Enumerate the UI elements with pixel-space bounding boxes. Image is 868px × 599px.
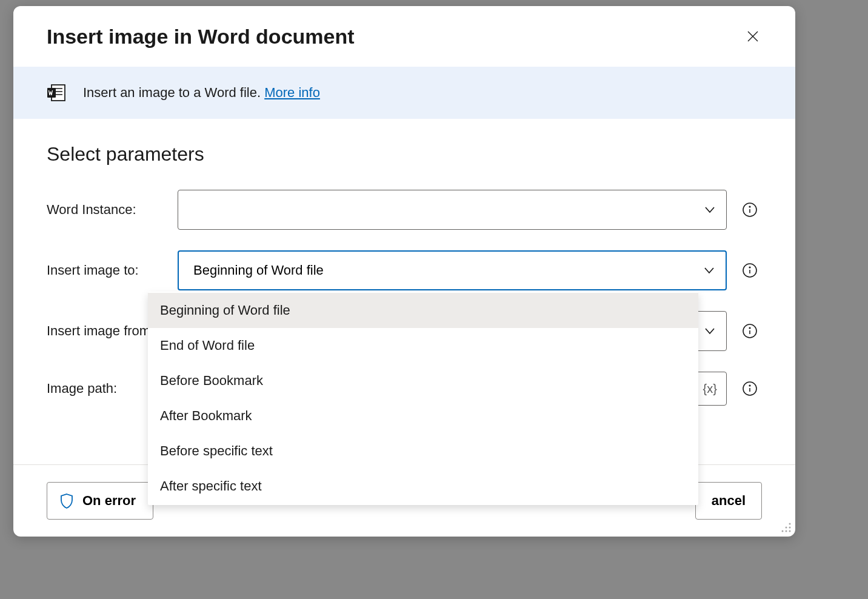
insert-to-value: Beginning of Word file — [193, 263, 324, 278]
shield-icon — [59, 493, 74, 509]
param-row-word-instance: Word Instance: — [47, 190, 762, 230]
dropdown-option[interactable]: After specific text — [148, 469, 698, 504]
section-title: Select parameters — [47, 143, 762, 166]
svg-point-20 — [789, 527, 791, 529]
on-error-label: On error — [82, 493, 136, 509]
word-icon — [47, 84, 66, 102]
info-icon[interactable] — [742, 381, 758, 397]
svg-point-8 — [749, 206, 750, 207]
more-info-link[interactable]: More info — [264, 85, 320, 100]
close-icon — [746, 29, 760, 44]
word-instance-dropdown[interactable] — [178, 190, 727, 230]
chevron-down-icon — [704, 204, 715, 215]
dropdown-option[interactable]: End of Word file — [148, 328, 698, 363]
close-button[interactable] — [741, 24, 765, 49]
insert-image-dialog: Insert image in Word document Insert an … — [13, 6, 795, 537]
info-bar: Insert an image to a Word file. More inf… — [13, 67, 795, 119]
info-icon[interactable] — [742, 263, 758, 278]
info-icon[interactable] — [742, 202, 758, 218]
cancel-button[interactable]: ancel — [695, 482, 762, 520]
svg-point-11 — [749, 267, 750, 268]
dialog-header: Insert image in Word document — [13, 6, 795, 67]
svg-point-23 — [786, 530, 787, 532]
insert-to-label: Insert image to: — [47, 263, 178, 278]
dropdown-option[interactable]: Before specific text — [148, 433, 698, 469]
svg-point-19 — [789, 523, 791, 525]
svg-point-24 — [782, 530, 784, 532]
chevron-down-icon — [704, 265, 715, 276]
dropdown-option[interactable]: Beginning of Word file — [148, 293, 698, 328]
svg-point-21 — [789, 530, 791, 532]
info-bar-text: Insert an image to a Word file. More inf… — [83, 85, 320, 101]
svg-point-17 — [749, 385, 750, 386]
resize-grip-icon[interactable] — [781, 522, 792, 533]
svg-rect-6 — [47, 88, 56, 98]
on-error-button[interactable]: On error — [47, 482, 153, 520]
dropdown-option[interactable]: Before Bookmark — [148, 363, 698, 398]
dropdown-option[interactable]: After Bookmark — [148, 398, 698, 433]
insert-to-dropdown[interactable]: Beginning of Word file — [178, 250, 727, 290]
word-instance-label: Word Instance: — [47, 202, 178, 218]
svg-point-14 — [749, 327, 750, 329]
info-description: Insert an image to a Word file. — [83, 85, 264, 100]
insert-to-dropdown-menu: Beginning of Word fileEnd of Word fileBe… — [148, 292, 698, 505]
dialog-title: Insert image in Word document — [47, 25, 355, 49]
parameters-section: Select parameters Word Instance: Insert … — [13, 119, 795, 464]
param-row-insert-to: Insert image to: Beginning of Word file … — [47, 250, 762, 290]
chevron-down-icon — [704, 326, 715, 336]
info-icon[interactable] — [742, 323, 758, 339]
svg-point-22 — [786, 527, 787, 529]
